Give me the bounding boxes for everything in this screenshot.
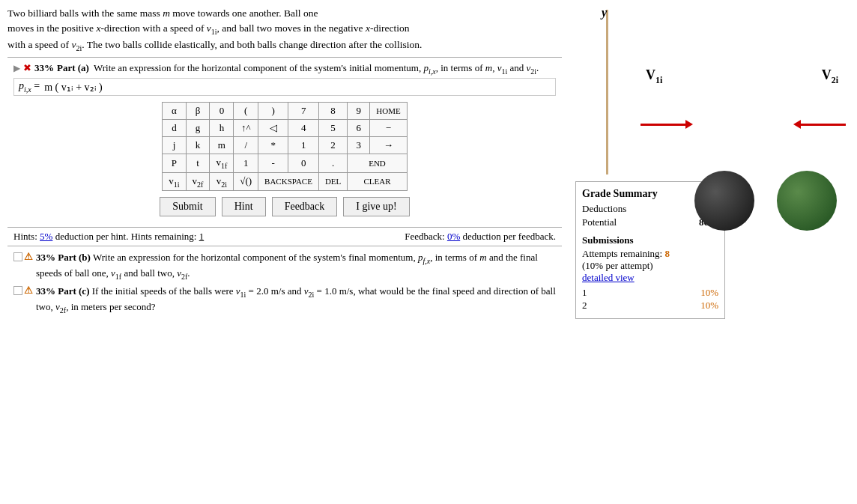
key-k[interactable]: k bbox=[186, 137, 210, 154]
part-c-text: 33% Part (c) If the initial speeds of th… bbox=[36, 285, 556, 315]
hints-left: Hints: 5% deduction per hint. Hints rema… bbox=[13, 231, 204, 243]
feedback-right: Feedback: 0% deduction per feedback. bbox=[405, 231, 556, 243]
key-home[interactable]: HOME bbox=[370, 103, 407, 120]
hints-remaining: 1 bbox=[199, 231, 205, 242]
part-b-row: ⚠ 33% Part (b) Write an expression for t… bbox=[13, 251, 556, 282]
key-0-top[interactable]: 0 bbox=[210, 103, 234, 120]
submission-1-num: 1 bbox=[582, 287, 587, 299]
key-leftarrow[interactable]: ◁ bbox=[258, 120, 288, 137]
key-backspace[interactable]: BACKSPACE bbox=[258, 172, 319, 191]
key-5[interactable]: 5 bbox=[318, 120, 347, 137]
hints-deduction-link[interactable]: 5% bbox=[40, 231, 52, 242]
key-m[interactable]: m bbox=[210, 137, 234, 154]
submit-button[interactable]: Submit bbox=[160, 197, 215, 216]
hints-suffix: deduction per hint. Hints remaining: bbox=[55, 231, 199, 242]
key-6[interactable]: 6 bbox=[348, 120, 370, 137]
key-end[interactable]: END bbox=[348, 154, 407, 173]
key-h[interactable]: h bbox=[210, 120, 234, 137]
part-a-percentage: 33% bbox=[34, 62, 54, 74]
deductions-label: Deductions bbox=[582, 203, 626, 215]
problem-line2: moves in the positive x-direction with a… bbox=[7, 21, 562, 37]
key-dot[interactable]: . bbox=[318, 154, 347, 173]
feedback-deduction-link[interactable]: 0% bbox=[447, 231, 460, 242]
keyboard-container: α β 0 ( ) 7 8 9 HOME d g h ↑^ bbox=[13, 102, 556, 191]
y-axis bbox=[606, 10, 608, 174]
key-minus-nav[interactable]: − bbox=[370, 120, 407, 137]
key-alpha[interactable]: α bbox=[163, 103, 186, 120]
hints-label: Hints: bbox=[13, 231, 37, 242]
sub-parts: ⚠ 33% Part (b) Write an expression for t… bbox=[7, 246, 562, 323]
answer-row: pi,x = bbox=[13, 78, 556, 96]
right-panel: y V1i V2i bbox=[569, 0, 857, 330]
detailed-row: detailed view bbox=[582, 272, 718, 284]
submission-2-num: 2 bbox=[582, 300, 587, 312]
part-b-warn-icon: ⚠ bbox=[24, 251, 33, 263]
part-c-warn-icon: ⚠ bbox=[24, 285, 33, 297]
submission-1-row: 1 10% bbox=[582, 287, 718, 299]
y-axis-label: y bbox=[602, 6, 607, 19]
detailed-link[interactable]: detailed view bbox=[582, 272, 635, 283]
key-v1f[interactable]: v1f bbox=[210, 154, 234, 173]
part-b-text: 33% Part (b) Write an expression for the… bbox=[36, 251, 556, 282]
key-v2f[interactable]: v2f bbox=[186, 172, 210, 191]
key-v2i[interactable]: v2i bbox=[210, 172, 234, 191]
part-b-checkbox[interactable] bbox=[13, 252, 22, 261]
key-P[interactable]: P bbox=[163, 154, 186, 173]
give-up-button[interactable]: I give up! bbox=[343, 197, 409, 216]
key-d[interactable]: d bbox=[163, 120, 186, 137]
attempts-row: Attempts remaining: 8 bbox=[582, 248, 718, 260]
key-uparrow[interactable]: ↑^ bbox=[234, 120, 258, 137]
part-a-header: ▶ ✖ 33% Part (a) Write an expression for… bbox=[13, 62, 556, 76]
key-beta[interactable]: β bbox=[186, 103, 210, 120]
attempts-text: Attempts remaining: bbox=[582, 248, 662, 259]
key-7[interactable]: 7 bbox=[288, 103, 318, 120]
key-lparen[interactable]: ( bbox=[234, 103, 258, 120]
key-2[interactable]: 2 bbox=[318, 137, 347, 154]
problem-line3: with a speed of v2i. The two balls colli… bbox=[7, 37, 562, 54]
expand-icon[interactable]: ▶ bbox=[13, 63, 20, 74]
key-j[interactable]: j bbox=[163, 137, 186, 154]
key-9[interactable]: 9 bbox=[348, 103, 370, 120]
rate-row: (10% per attempt) bbox=[582, 260, 718, 272]
submission-1-pct: 10% bbox=[700, 287, 718, 299]
key-1[interactable]: 1 bbox=[288, 137, 318, 154]
action-buttons: Submit Hint Feedback I give up! bbox=[13, 197, 556, 216]
key-4[interactable]: 4 bbox=[288, 120, 318, 137]
key-slash[interactable]: / bbox=[234, 137, 258, 154]
part-a-label: Part (a) bbox=[57, 62, 89, 74]
submission-2-row: 2 10% bbox=[582, 300, 718, 312]
answer-input[interactable] bbox=[44, 81, 551, 93]
submission-rows: 1 10% 2 10% bbox=[582, 287, 718, 312]
key-clear[interactable]: CLEAR bbox=[348, 172, 407, 191]
ball1-arrow bbox=[641, 120, 693, 129]
key-g[interactable]: g bbox=[186, 120, 210, 137]
key-del[interactable]: DEL bbox=[318, 172, 347, 191]
feedback-label: Feedback: bbox=[405, 231, 444, 242]
key-v1i[interactable]: v1i bbox=[163, 172, 186, 191]
submissions-title: Submissions bbox=[582, 234, 718, 246]
key-1b[interactable]: 1 bbox=[234, 154, 258, 173]
feedback-suffix: deduction per feedback. bbox=[462, 231, 556, 242]
key-3[interactable]: 3 bbox=[348, 137, 370, 154]
key-star[interactable]: * bbox=[258, 137, 288, 154]
ball2-arrow bbox=[793, 120, 846, 129]
key-rparen[interactable]: ) bbox=[258, 103, 288, 120]
diagram-area: y V1i V2i bbox=[575, 6, 852, 178]
feedback-button[interactable]: Feedback bbox=[272, 197, 338, 216]
problem-text: Two billiard balls with the same mass m … bbox=[7, 6, 562, 54]
part-c-checkbox[interactable] bbox=[13, 286, 22, 295]
attempts-value[interactable]: 8 bbox=[664, 248, 670, 259]
potential-label: Potential bbox=[582, 216, 617, 228]
problem-line1: Two billiard balls with the same mass m … bbox=[7, 6, 562, 21]
keyboard-table: α β 0 ( ) 7 8 9 HOME d g h ↑^ bbox=[162, 102, 407, 191]
x-mark-icon: ✖ bbox=[23, 62, 31, 74]
hints-row: Hints: 5% deduction per hint. Hints rema… bbox=[7, 227, 562, 246]
key-t[interactable]: t bbox=[186, 154, 210, 173]
key-0b[interactable]: 0 bbox=[288, 154, 318, 173]
key-sqrt[interactable]: √() bbox=[234, 172, 258, 191]
v2i-label: V2i bbox=[822, 67, 838, 86]
key-minus[interactable]: - bbox=[258, 154, 288, 173]
hint-button[interactable]: Hint bbox=[222, 197, 266, 216]
key-8[interactable]: 8 bbox=[318, 103, 347, 120]
key-rightarrow[interactable]: → bbox=[370, 137, 407, 154]
